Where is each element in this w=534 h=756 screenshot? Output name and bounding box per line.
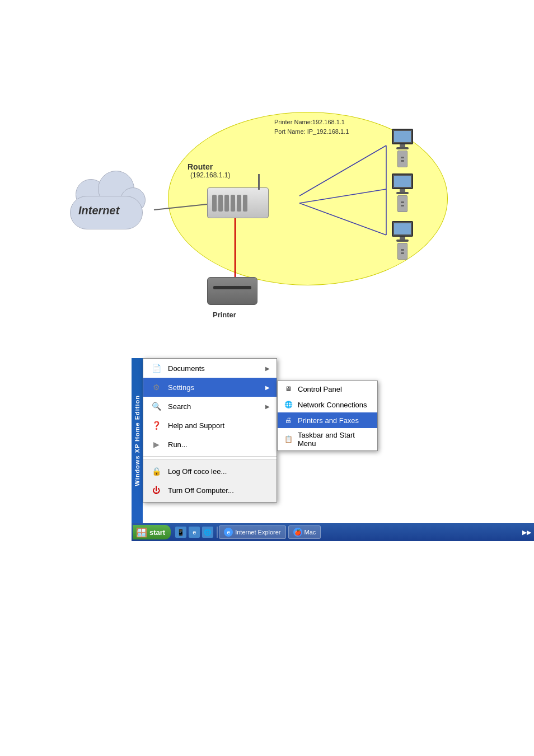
printer-label: Printer (213, 311, 236, 319)
mac-window-label: Mac (305, 529, 316, 536)
mac-icon: 🍎 (293, 528, 302, 537)
router-antenna (258, 174, 260, 190)
settings-submenu: 🖥 Control Panel 🌐 Network Connections 🖨 … (277, 381, 378, 451)
taskbar: 🪟 start 📱 e 🌐 e Internet Explorer 🍎 Mac … (132, 523, 534, 541)
taskbar-label: Taskbar and Start Menu (298, 431, 372, 448)
start-menu-panel: 📄 Documents ▶ ⚙ Settings ▶ 🔍 Search ▶ ❓ … (143, 358, 277, 503)
ie-window-label: Internet Explorer (235, 529, 280, 536)
menu-separator (143, 456, 277, 457)
taskbar-icon-1[interactable]: 📱 (175, 527, 186, 538)
taskbar-ie-window[interactable]: e Internet Explorer (219, 525, 285, 539)
internet-cloud: Internet (62, 179, 151, 235)
settings-label: Settings (168, 383, 265, 392)
menu-item-run[interactable]: ▶ Run... (143, 435, 277, 454)
taskbar-quick-launch: 📱 e 🌐 (175, 527, 219, 538)
settings-arrow: ▶ (265, 384, 270, 391)
control-panel-icon: 🖥 (283, 384, 293, 394)
search-icon: 🔍 (150, 400, 162, 412)
ie-icon: e (224, 528, 233, 537)
help-label: Help and Support (168, 421, 270, 430)
settings-icon: ⚙ (150, 381, 162, 393)
xp-sidebar: Windows XP Home Edition (132, 358, 143, 523)
windows-flag-icon: 🪟 (136, 527, 147, 538)
submenu-item-taskbar[interactable]: 📋 Taskbar and Start Menu (278, 428, 377, 450)
submenu-item-control-panel[interactable]: 🖥 Control Panel (278, 381, 377, 397)
power-icon: ⏻ (150, 484, 162, 496)
taskbar-icon: 📋 (283, 434, 293, 444)
menu-item-help[interactable]: ❓ Help and Support (143, 416, 277, 435)
network-label: Network Connections (298, 401, 372, 409)
computer-1 (392, 129, 413, 167)
taskbar-icon-2[interactable]: e (189, 527, 200, 538)
documents-arrow: ▶ (265, 365, 270, 372)
menu-item-documents[interactable]: 📄 Documents ▶ (143, 359, 277, 378)
submenu-item-network[interactable]: 🌐 Network Connections (278, 397, 377, 412)
computer-2 (392, 173, 413, 212)
control-panel-label: Control Panel (298, 385, 372, 393)
taskbar-mac-window[interactable]: 🍎 Mac (288, 525, 321, 539)
menu-bottom: 🔒 Log Off coco lee... ⏻ Turn Off Compute… (143, 459, 277, 502)
start-button[interactable]: 🪟 start (133, 525, 171, 539)
documents-label: Documents (168, 364, 265, 373)
menu-item-search[interactable]: 🔍 Search ▶ (143, 397, 277, 416)
logoff-label: Log Off coco lee... (168, 467, 270, 476)
run-icon: ▶ (150, 438, 162, 450)
search-label: Search (168, 402, 265, 411)
taskbar-separator (217, 527, 218, 538)
router-device (207, 187, 269, 218)
taskbar-icon-3[interactable]: 🌐 (202, 527, 213, 538)
network-icon: 🌐 (283, 400, 293, 410)
turnoff-label: Turn Off Computer... (168, 486, 270, 495)
xp-sidebar-text: Windows XP Home Edition (134, 395, 140, 486)
printers-icon: 🖨 (283, 415, 293, 425)
menu-item-settings[interactable]: ⚙ Settings ▶ (143, 378, 277, 397)
help-icon: ❓ (150, 419, 162, 431)
internet-label: Internet (78, 204, 119, 217)
run-label: Run... (168, 440, 270, 449)
computer-3 (392, 221, 413, 260)
search-arrow: ▶ (265, 403, 270, 410)
printer-device (207, 277, 257, 305)
submenu-item-printers[interactable]: 🖨 Printers and Faxes (278, 412, 377, 428)
start-button-label: start (149, 528, 165, 537)
menu-item-logoff[interactable]: 🔒 Log Off coco lee... (143, 462, 277, 481)
printers-label: Printers and Faxes (298, 416, 372, 425)
router-ip: (192.168.1.1) (190, 171, 230, 179)
taskbar-tray: ▶▶ (522, 529, 534, 536)
printer-name-label: Printer Name:192.168.1.1 Port Name: IP_1… (274, 118, 349, 136)
router-label: Router (188, 162, 213, 171)
network-diagram: Internet Printer Name:192.168.1.1 Port N… (56, 101, 476, 325)
tray-time: ▶▶ (522, 529, 531, 536)
menu-item-turnoff[interactable]: ⏻ Turn Off Computer... (143, 481, 277, 500)
documents-icon: 📄 (150, 362, 162, 374)
logoff-icon: 🔒 (150, 465, 162, 477)
